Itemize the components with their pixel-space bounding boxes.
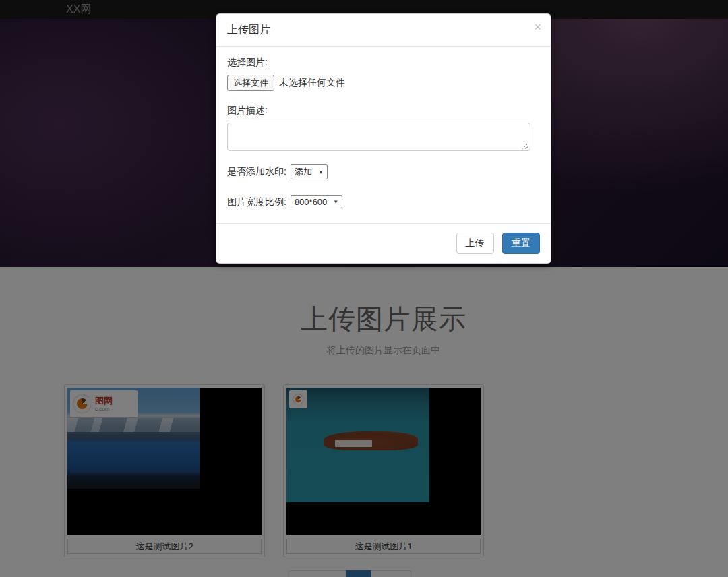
description-label: 图片描述: [227,104,540,117]
chevron-down-icon: ▼ [318,169,324,175]
modal-header: 上传图片 × [216,14,551,47]
watermark-select[interactable]: 添加 ▼ [291,164,328,179]
ratio-label: 图片宽度比例: [227,196,286,208]
reset-button[interactable]: 重置 [502,233,540,254]
file-status-text: 未选择任何文件 [279,77,345,89]
modal-body: 选择图片: 选择文件 未选择任何文件 图片描述: 是否添加水印: 添加 ▼ 图片… [216,47,551,223]
close-icon[interactable]: × [534,21,541,33]
modal-title: 上传图片 [227,24,270,35]
watermark-selected-value: 添加 [295,166,312,178]
upload-button[interactable]: 上传 [456,233,494,254]
modal-footer: 上传 重置 [216,223,551,263]
chevron-down-icon: ▼ [333,199,338,205]
watermark-label: 是否添加水印: [227,166,286,178]
ratio-select[interactable]: 800*600 ▼ [291,195,342,208]
select-image-label: 选择图片: [227,57,540,69]
upload-image-modal: 上传图片 × 选择图片: 选择文件 未选择任何文件 图片描述: 是否添加水印: … [216,13,551,264]
description-textarea[interactable] [227,123,530,151]
choose-file-button[interactable]: 选择文件 [227,75,274,91]
ratio-selected-value: 800*600 [295,197,327,207]
file-input: 选择文件 未选择任何文件 [227,75,540,91]
